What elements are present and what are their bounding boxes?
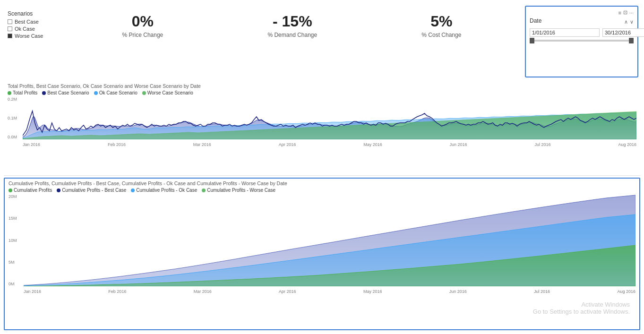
chart1-y-labels: 0.2M 0.1M 0.0M [8, 97, 23, 139]
chart2-x-may: May 2016 [363, 289, 382, 294]
scenarios-title: Scenarios [8, 10, 57, 17]
more-icon[interactable]: ··· [629, 10, 634, 16]
chart1-dot-worse-case [142, 91, 146, 95]
chart2-legend-ok-case: Cumulative Profits - Ok Case [131, 188, 197, 193]
watermark-line2: Go to Settings to activate Windows. [533, 308, 630, 315]
metric-price-change: 0% % Price Change [113, 13, 173, 38]
chart2-legend-worse-case: Cumulative Profits - Worse Case [202, 188, 275, 193]
chart2-svg [24, 194, 635, 286]
chart1-x-feb: Feb 2016 [108, 142, 126, 147]
date-start-input[interactable] [530, 28, 600, 37]
metric-cost-value: 5% [421, 13, 461, 30]
chart1-y-02m: 0.2M [8, 97, 22, 102]
date-slider-right-thumb[interactable] [629, 38, 634, 43]
chart1-section: Total Profits, Best Case Scenario, Ok Ca… [4, 81, 640, 176]
chart2-x-mar: Mar 2016 [194, 289, 212, 294]
scenario-best-case-checkbox[interactable] [8, 19, 12, 24]
chart2-y-15m: 15M [9, 216, 23, 221]
chart1-legend-worse-case: Worse Case Scenario [142, 90, 193, 95]
chart2-label-best-case: Cumulative Profits - Best Case [62, 188, 126, 193]
activate-watermark: Activate Windows Go to Settings to activ… [533, 301, 630, 315]
metrics-panel: 0% % Price Change - 15% % Demand Change … [60, 9, 523, 43]
metric-cost-label: % Cost Change [421, 32, 461, 38]
chart1-dot-best-case [42, 91, 46, 95]
date-slider-left-thumb[interactable] [530, 38, 534, 43]
scenario-ok-case-checkbox[interactable] [8, 26, 12, 31]
metric-price-value: 0% [122, 13, 163, 30]
watermark-line1: Activate Windows [533, 301, 630, 308]
chart2-label-worse-case: Cumulative Profits - Worse Case [207, 188, 275, 193]
date-filter-toolbar: ≡ ⊡ ··· [530, 9, 634, 16]
metric-demand-label: % Demand Change [267, 32, 317, 38]
chart1-x-labels: Jan 2016 Feb 2016 Mar 2016 Apr 2016 May … [8, 142, 636, 147]
chart2-y-labels: 20M 15M 10M 5M 0M [9, 194, 24, 286]
scenarios-panel: Scenarios Best Case Ok Case Worse Case [4, 9, 60, 42]
chart1-svg-container [23, 97, 636, 141]
chart1-x-mar: Mar 2016 [193, 142, 211, 147]
date-inputs [530, 28, 634, 37]
metric-demand-value: - 15% [267, 13, 317, 30]
top-section: Scenarios Best Case Ok Case Worse Case 0… [4, 4, 640, 79]
date-slider-track[interactable] [530, 40, 634, 42]
scenario-worse-case-label: Worse Case [15, 33, 43, 39]
chart2-x-jun: Jun 2016 [449, 289, 467, 294]
chart1-x-apr: Apr 2016 [279, 142, 296, 147]
chart1-svg [23, 97, 636, 139]
chart2-y-0m: 0M [9, 282, 23, 286]
metric-demand-change: - 15% % Demand Change [258, 13, 326, 38]
chart1-label-best-case: Best Case Scenario [47, 90, 89, 95]
chart2-x-feb: Feb 2016 [108, 289, 126, 294]
chart2-x-aug: Aug 2016 [617, 289, 635, 294]
scenario-worse-case-checkbox[interactable] [8, 34, 12, 38]
scenario-ok-case: Ok Case [8, 26, 57, 32]
chart2-dot-ok-case [131, 188, 135, 192]
chart1-legend-best-case: Best Case Scenario [42, 90, 89, 95]
chart2-x-jan: Jan 2016 [24, 289, 41, 294]
chart2-title: Cumulative Profits, Cumulative Profits -… [9, 180, 635, 186]
left-panel: Scenarios Best Case Ok Case Worse Case 0… [4, 4, 523, 79]
metric-price-label: % Price Change [122, 32, 163, 38]
chart1-legend-ok-case: Ok Case Scenario [94, 90, 137, 95]
date-filter-label: Date [530, 17, 541, 24]
menu-icon[interactable]: ≡ [618, 10, 621, 16]
scenario-best-case: Best Case [8, 19, 57, 25]
chart2-label-ok-case: Cumulative Profits - Ok Case [136, 188, 197, 193]
chart2-y-5m: 5M [9, 260, 23, 265]
chart2-dot-best-case [57, 188, 60, 192]
chart1-area: 0.2M 0.1M 0.0M [8, 97, 636, 148]
chart2-dot-worse-case [202, 188, 206, 192]
chart1-y-00m: 0.0M [8, 135, 22, 139]
chart1-x-jan: Jan 2016 [23, 142, 40, 147]
chart2-label-cum-profits: Cumulative Profits [14, 188, 52, 193]
chart2-section: Cumulative Profits, Cumulative Profits -… [4, 178, 640, 330]
chart2-x-apr: Apr 2016 [279, 289, 296, 294]
main-container: Scenarios Best Case Ok Case Worse Case 0… [0, 0, 644, 334]
chart1-title: Total Profits, Best Case Scenario, Ok Ca… [8, 83, 636, 89]
date-end-input[interactable] [602, 28, 644, 37]
scenario-worse-case: Worse Case [8, 33, 57, 39]
chart2-legend-best-case: Cumulative Profits - Best Case [57, 188, 126, 193]
chart1-label-worse-case: Worse Case Scenario [147, 90, 193, 95]
chart1-label-total-profits: Total Profits [13, 90, 37, 95]
arrow-up-icon[interactable]: ∧ [624, 19, 628, 25]
chart2-area: 20M 15M 10M 5M 0M [9, 194, 635, 298]
chart2-x-jul: Jul 2016 [534, 289, 550, 294]
chart2-svg-container [24, 194, 635, 288]
arrow-down-icon[interactable]: ∨ [630, 19, 634, 25]
chart1-legend-total-profits: Total Profits [8, 90, 37, 95]
date-filter-panel: ≡ ⊡ ··· Date ∧ ∨ [525, 6, 638, 77]
chart1-x-may: May 2016 [363, 142, 382, 147]
chart1-x-aug: Aug 2016 [618, 142, 636, 147]
chart1-legend: Total Profits Best Case Scenario Ok Case… [8, 90, 636, 95]
chart1-label-ok-case: Ok Case Scenario [99, 90, 137, 95]
chart1-dot-ok-case [94, 91, 98, 95]
chart1-y-01m: 0.1M [8, 116, 22, 120]
chart2-legend-cum-profits: Cumulative Profits [9, 188, 52, 193]
chart2-x-labels: Jan 2016 Feb 2016 Mar 2016 Apr 2016 May … [9, 289, 635, 294]
chart1-dot-total-profits [8, 91, 11, 95]
metric-cost-change: 5% % Cost Change [412, 13, 471, 38]
scenario-best-case-label: Best Case [15, 19, 39, 25]
expand-icon[interactable]: ⊡ [623, 9, 627, 16]
chart1-x-jul: Jul 2016 [534, 142, 550, 147]
chart2-y-10m: 10M [9, 238, 23, 243]
